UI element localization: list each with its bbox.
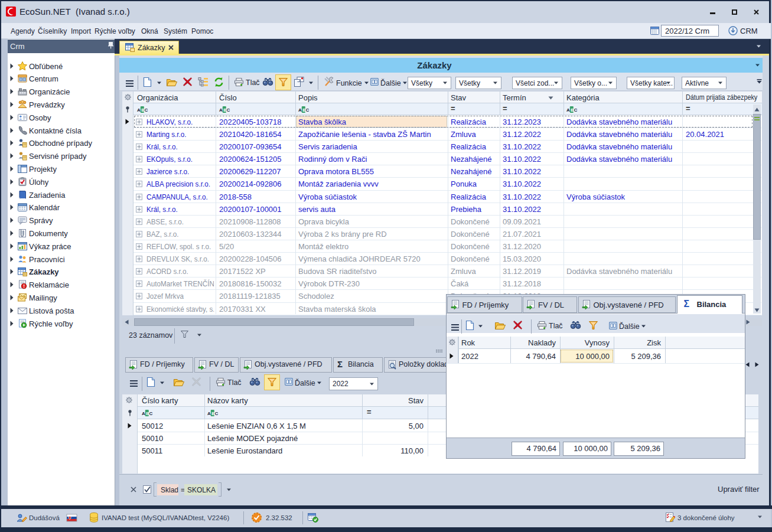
svg-text:C: C	[215, 411, 219, 416]
svg-text:A: A	[137, 107, 141, 113]
svg-text:C: C	[227, 107, 230, 113]
svg-text:C: C	[306, 107, 310, 113]
svg-text:C: C	[574, 107, 578, 113]
svg-text:A: A	[207, 411, 211, 416]
svg-text:C: C	[149, 411, 153, 416]
svg-text:A: A	[298, 107, 302, 113]
svg-text:C: C	[145, 107, 148, 113]
svg-text:A: A	[142, 411, 145, 416]
svg-text:A: A	[219, 107, 223, 113]
svg-text:A: A	[566, 107, 570, 113]
